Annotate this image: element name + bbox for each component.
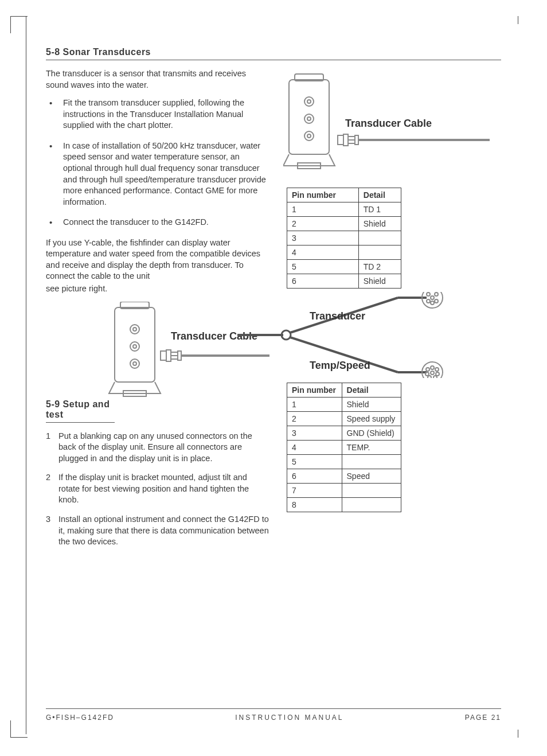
svg-point-2 (130, 325, 139, 334)
svg-point-42 (435, 299, 438, 303)
table-cell: 1 (287, 202, 359, 217)
crop-mark (10, 16, 28, 33)
table-row: 3 (287, 231, 401, 245)
table-cell: 8 (287, 498, 342, 512)
table-cell: TEMP. (342, 441, 401, 455)
table-cell: 5 (287, 455, 342, 469)
table-cell: 6 (287, 469, 342, 484)
table-row: 4 (287, 245, 401, 260)
svg-point-7 (133, 362, 136, 365)
svg-rect-26 (343, 134, 348, 146)
transducer-cable-label-2: Transducer Cable (345, 118, 432, 130)
page-footer: G•FISH–G142FD INSTRUCTION MANUAL PAGE 21 (46, 708, 501, 722)
svg-point-52 (433, 376, 437, 378)
table-row: 6Speed (287, 469, 401, 484)
table-cell: 5 (287, 260, 359, 274)
table-cell: 4 (287, 441, 342, 455)
crop-mark (518, 16, 518, 24)
table-cell: 2 (287, 412, 342, 426)
crop-mark (26, 16, 26, 734)
svg-point-50 (436, 372, 439, 376)
table-cell: 7 (287, 484, 342, 498)
table-row: 1Shield (287, 398, 401, 412)
svg-rect-10 (166, 350, 171, 361)
tempspeed-pin-table: Pin number Detail 1Shield2Speed supply3G… (287, 383, 401, 512)
svg-point-5 (133, 345, 136, 348)
svg-point-22 (304, 131, 314, 141)
bullet-list: Fit the transom transducer supplied, fol… (46, 98, 269, 228)
table-cell (358, 245, 401, 260)
transducer-pin-table: Pin number Detail 1TD 12Shield345TD 26Sh… (287, 188, 401, 289)
bullet-item: Connect the transducer to the G142FD. (57, 217, 269, 228)
table-row: 2Speed supply (287, 412, 401, 426)
table-row: 8 (287, 498, 401, 512)
table-header: Detail (342, 383, 401, 398)
table-cell: 3 (287, 231, 359, 245)
svg-point-44 (431, 301, 434, 305)
svg-point-46 (426, 368, 429, 371)
svg-rect-9 (161, 351, 166, 360)
svg-rect-30 (355, 135, 358, 145)
table-cell: 3 (287, 426, 342, 441)
temp-speed-label: Temp/Speed (310, 360, 370, 372)
svg-point-39 (427, 293, 430, 296)
table-row: 6Shield (287, 274, 401, 289)
table-row: 7 (287, 484, 401, 498)
crop-mark (10, 720, 28, 738)
svg-point-3 (133, 328, 136, 331)
step-item: Put a blanking cap on any unused connect… (46, 431, 269, 465)
bullet-item: Fit the transom transducer supplied, fol… (57, 98, 269, 131)
svg-point-48 (435, 368, 439, 371)
table-header: Pin number (287, 188, 359, 202)
svg-point-18 (304, 97, 314, 106)
table-header: Pin number (287, 383, 342, 398)
svg-point-23 (307, 134, 311, 138)
table-cell: 4 (287, 245, 359, 260)
svg-point-53 (431, 371, 434, 375)
svg-rect-14 (178, 351, 181, 360)
transducer-label: Transducer (310, 310, 365, 322)
steps-list: Put a blanking cap on any unused connect… (46, 431, 269, 548)
intro-text: The transducer is a sensor that transmit… (46, 68, 269, 91)
crop-mark (518, 730, 518, 738)
table-cell: GND (Shield) (342, 426, 401, 441)
svg-point-20 (304, 114, 314, 123)
table-cell (342, 498, 401, 512)
svg-point-6 (130, 359, 139, 368)
table-cell: 6 (287, 274, 359, 289)
table-row: 2Shield (287, 217, 401, 231)
table-cell: TD 2 (358, 260, 401, 274)
table-row: 1TD 1 (287, 202, 401, 217)
svg-point-51 (428, 376, 431, 378)
table-cell (342, 455, 401, 469)
table-cell: 1 (287, 398, 342, 412)
table-cell: Shield (358, 217, 401, 231)
table-cell: Speed (342, 469, 401, 484)
table-cell (358, 231, 401, 245)
svg-point-43 (431, 296, 434, 299)
svg-point-21 (307, 117, 311, 120)
paragraph: see picture right. (46, 283, 269, 295)
svg-rect-25 (338, 135, 343, 145)
table-cell: 2 (287, 217, 359, 231)
footer-mid: INSTRUCTION MANUAL (235, 714, 343, 722)
svg-point-41 (427, 299, 430, 303)
table-cell: Shield (358, 274, 401, 289)
table-cell: Speed supply (342, 412, 401, 426)
svg-point-19 (307, 100, 311, 103)
section-5-8-title: 5-8 Sonar Transducers (46, 47, 501, 60)
table-row: 3GND (Shield) (287, 426, 401, 441)
svg-point-47 (431, 366, 434, 369)
paragraph: If you use Y-cable, the fishfinder can d… (46, 237, 269, 282)
footer-left: G•FISH–G142FD (46, 714, 114, 722)
table-cell: TD 1 (358, 202, 401, 217)
table-row: 5TD 2 (287, 260, 401, 274)
table-row: 5 (287, 455, 401, 469)
step-item: If the display unit is bracket mounted, … (46, 472, 269, 506)
step-item: Install an optional instrument and conne… (46, 514, 269, 548)
table-cell: Shield (342, 398, 401, 412)
svg-point-40 (435, 293, 438, 296)
svg-point-4 (130, 342, 139, 351)
bullet-item: In case of installation of 50/200 kHz tr… (57, 141, 269, 208)
svg-point-49 (425, 372, 429, 376)
